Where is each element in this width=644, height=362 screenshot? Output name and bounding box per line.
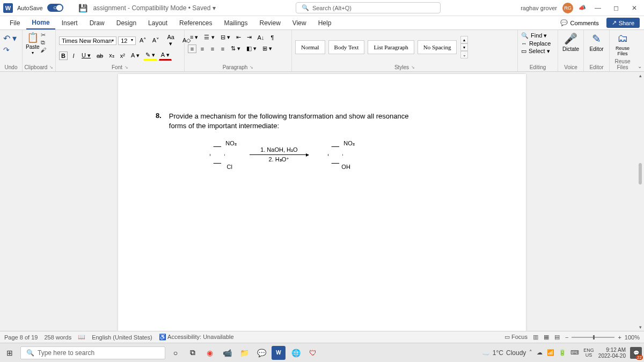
style-no-spacing[interactable]: No Spacing <box>418 40 457 54</box>
word-count[interactable]: 258 words <box>44 334 71 341</box>
file-explorer-icon[interactable]: 📁 <box>237 346 251 360</box>
grow-font-button[interactable]: A˄ <box>137 36 149 45</box>
styles-more-icon[interactable]: ⌄ <box>460 51 468 58</box>
underline-button[interactable]: U ▾ <box>79 51 93 60</box>
strike-button[interactable]: ab <box>94 51 105 60</box>
tab-view[interactable]: View <box>287 17 312 29</box>
language-indicator[interactable]: English (United States) <box>92 334 152 341</box>
font-size-select[interactable]: 12▾ <box>118 36 136 45</box>
language-switcher[interactable]: ENGUS <box>583 348 594 358</box>
align-right-button[interactable]: ≡ <box>208 45 217 53</box>
zoom-out-icon[interactable]: − <box>565 334 568 341</box>
word-taskbar-icon[interactable]: W <box>272 346 286 360</box>
wifi-icon[interactable]: 📶 <box>547 349 554 356</box>
print-layout-icon[interactable]: ▦ <box>544 334 549 341</box>
vertical-scrollbar[interactable]: ▴ ▾ <box>636 72 644 331</box>
document-title[interactable]: assignment - Compatibility Mode • Saved … <box>93 4 215 12</box>
copy-icon[interactable]: ⧉ <box>40 39 46 46</box>
tray-expand-icon[interactable]: ˄ <box>529 349 532 356</box>
text-effects-button[interactable]: A ▾ <box>129 51 142 60</box>
whatsapp-icon[interactable]: 💬 <box>254 346 268 360</box>
web-layout-icon[interactable]: ▤ <box>554 334 560 341</box>
document-area[interactable]: 8. Provide a mechanism for the following… <box>0 72 644 331</box>
shading-button[interactable]: ◧ ▾ <box>244 44 259 53</box>
tab-layout[interactable]: Layout <box>143 17 173 29</box>
coming-soon-icon[interactable]: 📣 <box>579 4 586 11</box>
cortana-icon[interactable]: ○ <box>169 346 182 360</box>
style-normal[interactable]: Normal <box>295 40 325 54</box>
notifications-icon[interactable]: 💬22 <box>630 347 642 359</box>
borders-button[interactable]: ⊞ ▾ <box>260 44 274 53</box>
onedrive-icon[interactable]: ☁ <box>537 349 543 356</box>
multilevel-button[interactable]: ⊟ ▾ <box>218 33 232 42</box>
battery-icon[interactable]: 🔋 <box>559 349 566 356</box>
zoom-control[interactable]: − + 100% <box>565 334 640 341</box>
tab-mailings[interactable]: Mailings <box>218 17 253 29</box>
tab-design[interactable]: Design <box>111 17 142 29</box>
replace-button[interactable]: ↔Replace <box>521 40 551 47</box>
reuse-files-icon[interactable]: 🗂 <box>617 32 628 45</box>
clock[interactable]: 9:12 AM 2022-04-20 <box>598 347 626 359</box>
page[interactable]: 8. Provide a mechanism for the following… <box>118 74 526 331</box>
sort-button[interactable]: A↓ <box>255 33 267 42</box>
shrink-font-button[interactable]: A˅ <box>150 36 162 45</box>
paragraph-launcher-icon[interactable]: ↘ <box>250 65 253 70</box>
font-launcher-icon[interactable]: ↘ <box>125 65 128 70</box>
read-mode-icon[interactable]: ▥ <box>533 334 538 341</box>
clipboard-launcher-icon[interactable]: ↘ <box>49 65 53 70</box>
justify-button[interactable]: ≡ <box>218 45 227 53</box>
tab-help[interactable]: Help <box>313 17 337 29</box>
font-color-button[interactable]: A ▾ <box>159 50 172 61</box>
user-name[interactable]: raghav grover <box>521 5 557 11</box>
dictate-icon[interactable]: 🎤 <box>564 32 577 45</box>
share-button[interactable]: ↗ Share <box>606 18 640 28</box>
zoom-slider[interactable] <box>572 337 614 338</box>
undo-icon[interactable]: ↶ ▾ <box>3 33 17 43</box>
autosave-toggle[interactable]: AutoSave On <box>17 4 73 12</box>
highlight-button[interactable]: ✎ ▾ <box>143 50 157 61</box>
scroll-thumb[interactable] <box>639 163 642 184</box>
tab-review[interactable]: Review <box>254 17 286 29</box>
mcafee-icon[interactable]: 🛡 <box>306 346 320 360</box>
user-avatar[interactable]: RG <box>562 3 573 13</box>
zoom-level[interactable]: 100% <box>625 334 640 341</box>
teams-icon[interactable]: 📹 <box>220 346 234 360</box>
show-marks-button[interactable]: ¶ <box>268 33 276 42</box>
focus-mode-button[interactable]: ▭ Focus <box>504 334 528 341</box>
styles-down-icon[interactable]: ▾ <box>460 43 468 51</box>
accessibility-status[interactable]: ♿ Accessibility: Unavailable <box>159 334 234 341</box>
bold-button[interactable]: B <box>59 51 68 60</box>
input-icon[interactable]: ⌨ <box>570 349 579 356</box>
page-indicator[interactable]: Page 8 of 19 <box>4 334 38 341</box>
collapse-ribbon-icon[interactable]: ⌄ <box>638 63 642 69</box>
tab-file[interactable]: File <box>4 17 25 29</box>
format-painter-icon[interactable]: 🖌 <box>40 47 46 53</box>
close-button[interactable]: ✕ <box>628 4 641 12</box>
numbering-button[interactable]: ☰ ▾ <box>202 33 216 42</box>
find-button[interactable]: 🔍Find ▾ <box>521 32 547 39</box>
bullets-button[interactable]: ≡ ▾ <box>188 33 200 42</box>
align-left-button[interactable]: ≡ <box>188 45 196 53</box>
italic-button[interactable]: I <box>69 51 78 60</box>
redo-icon[interactable]: ↷ <box>3 46 10 54</box>
subscript-button[interactable]: x₂ <box>107 51 116 60</box>
style-list-paragraph[interactable]: List Paragraph <box>368 40 414 54</box>
editor-icon[interactable]: ✎ <box>592 32 601 45</box>
style-body-text[interactable]: Body Text <box>328 40 365 54</box>
tab-references[interactable]: References <box>174 17 217 29</box>
cut-icon[interactable]: ✂ <box>40 32 46 39</box>
styles-up-icon[interactable]: ▴ <box>460 36 468 43</box>
decrease-indent-button[interactable]: ⇤ <box>234 33 243 42</box>
increase-indent-button[interactable]: ⇥ <box>245 33 254 42</box>
superscript-button[interactable]: x² <box>118 51 127 60</box>
start-button[interactable]: ⊞ <box>2 345 17 360</box>
select-button[interactable]: ▭Select ▾ <box>521 48 550 55</box>
taskbar-search[interactable]: 🔍 Type here to search <box>20 346 165 359</box>
font-name-select[interactable]: Times New Roman▾ <box>59 36 116 45</box>
change-case-button[interactable]: Aa ▾ <box>163 33 178 48</box>
scroll-up-icon[interactable]: ▴ <box>639 73 642 78</box>
styles-launcher-icon[interactable]: ↘ <box>411 65 415 70</box>
search-box[interactable]: 🔍 Search (Alt+Q) <box>296 2 441 13</box>
comments-button[interactable]: 💬 Comments <box>556 18 603 28</box>
align-center-button[interactable]: ≡ <box>198 45 207 53</box>
